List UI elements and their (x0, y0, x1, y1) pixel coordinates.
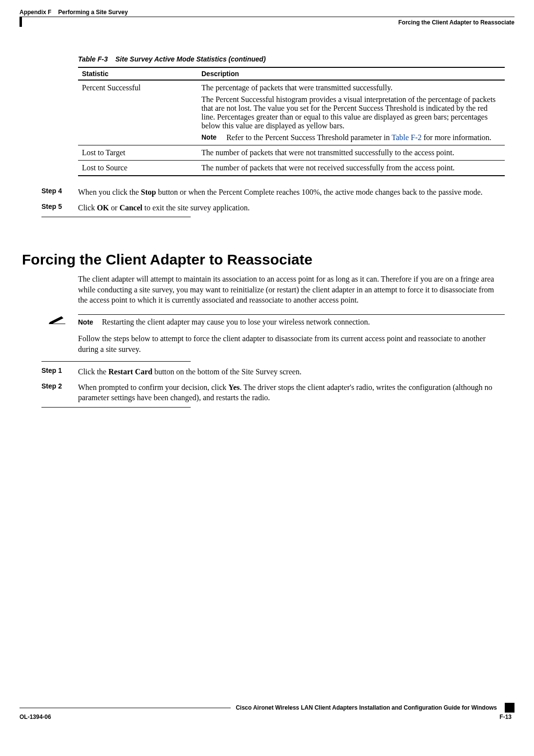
note-label: Note (201, 133, 226, 142)
t: to exit the site survey application. (142, 204, 250, 212)
section-heading: Forcing the Client Adapter to Reassociat… (22, 251, 505, 268)
body-paragraph: The client adapter will attempt to maint… (78, 274, 505, 306)
page-footer: Cisco Aironet Wireless LAN Client Adapte… (20, 703, 514, 720)
note-text: Refer to the Percent Success Threshold p… (226, 133, 491, 142)
note-text-post: for more information. (422, 133, 492, 142)
header-left-block (20, 17, 22, 27)
start-steps-rule (41, 361, 191, 362)
footer-book-title: Cisco Aironet Wireless LAN Client Adapte… (231, 704, 502, 711)
note-block: Note Restarting the client adapter may c… (49, 314, 505, 327)
b: Cancel (119, 204, 142, 212)
t: button on the bottom of the Site Survey … (152, 368, 301, 376)
desc-para: The Percent Successful histogram provide… (201, 95, 501, 130)
t: Click (78, 204, 97, 212)
appendix-label: Appendix F (20, 9, 51, 16)
th-description: Description (198, 67, 505, 80)
cell-desc: The number of packets that were not tran… (198, 145, 505, 161)
step-label: Step 1 (41, 367, 78, 377)
step-label: Step 5 (41, 203, 78, 213)
step-row: Step 5 Click OK or Cancel to exit the si… (41, 203, 505, 213)
note-text: Restarting the client adapter may cause … (102, 318, 370, 326)
t: When prompted to confirm your decision, … (78, 383, 228, 391)
b: Yes (228, 383, 239, 391)
header-crumb: Forcing the Client Adapter to Reassociat… (20, 17, 514, 26)
cell-stat: Lost to Target (78, 145, 198, 161)
t: or (109, 204, 119, 212)
step-text: Click the Restart Card button on the bot… (78, 367, 301, 377)
end-steps-rule-2 (41, 407, 191, 408)
body-paragraph: Follow the steps below to attempt to for… (78, 333, 505, 354)
table-link[interactable]: Table F-2 (392, 133, 422, 142)
step-row: Step 1 Click the Restart Card button on … (41, 367, 505, 377)
b: OK (97, 204, 109, 212)
step-row: Step 2 When prompted to confirm your dec… (41, 382, 505, 403)
cell-stat: Lost to Source (78, 161, 198, 176)
step-text: When you click the Stop button or when t… (78, 187, 483, 198)
cell-stat: Percent Successful (78, 80, 198, 145)
cell-desc: The percentage of packets that were tran… (198, 80, 505, 145)
appendix-title: Performing a Site Survey (58, 9, 128, 16)
cell-desc: The number of packets that were not rece… (198, 161, 505, 176)
b: Restart Card (108, 368, 152, 376)
table-row: Lost to Target The number of packets tha… (78, 145, 505, 161)
note-label: Note (78, 318, 100, 326)
page-number: F-13 (499, 714, 514, 720)
end-steps-rule (41, 217, 191, 217)
table-row: Lost to Source The number of packets tha… (78, 161, 505, 176)
footer-rule (20, 708, 231, 708)
statistics-table: Statistic Description Percent Successful… (78, 67, 505, 176)
th-statistic: Statistic (78, 67, 198, 80)
caption-title: Site Survey Active Mode Statistics (cont… (116, 55, 266, 63)
table-row: Percent Successful The percentage of pac… (78, 80, 505, 145)
t: When you click the (78, 188, 141, 196)
b: Stop (141, 188, 156, 196)
desc-para: The percentage of packets that were tran… (201, 83, 501, 92)
caption-prefix: Table F-3 (78, 55, 108, 63)
table-caption: Table F-3 Site Survey Active Mode Statis… (78, 55, 505, 63)
doc-id: OL-1394-06 (20, 714, 51, 720)
footer-end-block (505, 703, 514, 713)
t: Click the (78, 368, 108, 376)
note-text-pre: Refer to the Percent Success Threshold p… (226, 133, 392, 142)
step-text: Click OK or Cancel to exit the site surv… (78, 203, 250, 213)
step-label: Step 2 (41, 382, 78, 403)
t: button or when the Percent Complete reac… (156, 188, 483, 196)
note-icon (49, 314, 78, 326)
step-label: Step 4 (41, 187, 78, 198)
step-text: When prompted to confirm your decision, … (78, 382, 505, 403)
step-row: Step 4 When you click the Stop button or… (41, 187, 505, 198)
